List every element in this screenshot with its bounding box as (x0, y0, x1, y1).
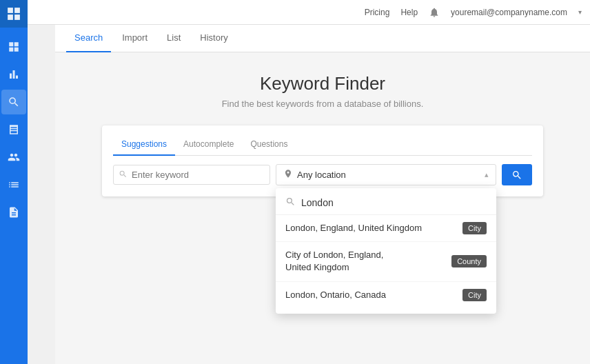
sub-tab-questions[interactable]: Questions (242, 136, 296, 156)
chevron-up-icon: ▴ (485, 170, 489, 179)
sidebar-icon-table[interactable] (1, 117, 26, 142)
location-result-3[interactable]: London, Ontario, Canada City (276, 282, 496, 308)
dropdown-search-input[interactable] (301, 197, 487, 208)
location-result-1[interactable]: London, England, United Kingdom City (276, 215, 496, 242)
keyword-input[interactable] (113, 165, 270, 185)
content-area: Keyword Finder Find the best keywords fr… (55, 52, 590, 364)
location-result-1-badge: City (462, 222, 487, 234)
svg-rect-1 (14, 8, 20, 13)
location-pin-icon (283, 169, 293, 181)
sidebar-icon-chart[interactable] (1, 62, 26, 87)
notification-icon[interactable] (429, 7, 440, 18)
tab-import[interactable]: Import (114, 25, 156, 52)
sidebar-icon-search[interactable] (1, 90, 26, 114)
location-result-3-badge: City (462, 289, 487, 301)
keyword-input-wrap (113, 164, 270, 185)
tab-list[interactable]: List (159, 25, 189, 52)
keyword-search-icon (119, 170, 128, 181)
dropdown-search-icon (285, 196, 296, 209)
sub-tab-autocomplete[interactable]: Autocomplete (175, 136, 242, 156)
dropdown-search-wrap (276, 188, 496, 215)
sidebar-logo (0, 0, 28, 28)
sidebar (0, 0, 28, 364)
sidebar-icon-list[interactable] (1, 172, 26, 197)
help-link[interactable]: Help (400, 8, 418, 17)
search-row: Any location ▴ (113, 164, 532, 185)
search-card: Suggestions Autocomplete Questions (102, 125, 543, 196)
sub-tabs: Suggestions Autocomplete Questions (113, 136, 532, 156)
sidebar-icon-grid[interactable] (1, 34, 26, 59)
location-result-2[interactable]: City of London, England,United Kingdom C… (276, 242, 496, 281)
topbar: Pricing Help youremail@companyname.com ▾ (28, 0, 590, 25)
location-result-1-text: London, England, United Kingdom (285, 222, 457, 234)
location-result-3-text: London, Ontario, Canada (285, 289, 457, 301)
tab-history[interactable]: History (192, 25, 236, 52)
page-subtitle: Find the best keywords from a database o… (222, 99, 424, 109)
search-button[interactable] (502, 164, 532, 185)
tab-bar: Search Import List History (55, 25, 590, 52)
sidebar-icon-users[interactable] (1, 145, 26, 170)
location-button[interactable]: Any location ▴ (276, 164, 496, 185)
location-wrap: Any location ▴ (276, 164, 496, 185)
location-label: Any location (297, 170, 346, 180)
chevron-down-icon: ▾ (578, 8, 582, 16)
location-result-2-text: City of London, England,United Kingdom (285, 249, 446, 274)
page-title: Keyword Finder (260, 73, 385, 94)
location-result-2-badge: County (451, 255, 487, 267)
svg-rect-0 (8, 8, 13, 13)
user-email[interactable]: youremail@companyname.com (451, 8, 567, 17)
sub-tab-suggestions[interactable]: Suggestions (113, 136, 175, 156)
sidebar-icon-document[interactable] (1, 200, 26, 225)
main-content: Search Import List History Keyword Finde… (55, 25, 590, 364)
location-dropdown: London, England, United Kingdom City Cit… (276, 188, 496, 314)
svg-rect-3 (14, 14, 20, 20)
pricing-link[interactable]: Pricing (365, 8, 390, 17)
tab-search[interactable]: Search (66, 25, 111, 52)
svg-rect-2 (8, 14, 13, 20)
